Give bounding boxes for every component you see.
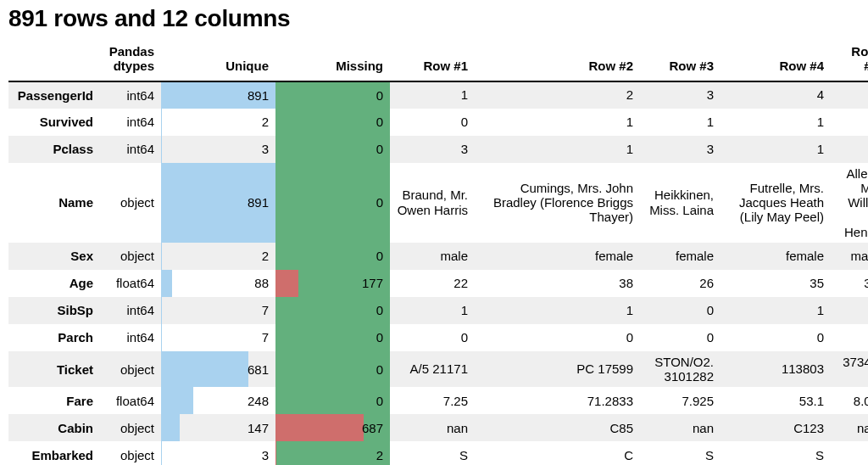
row-label: PassengerId bbox=[8, 81, 102, 109]
missing-cell: 0 bbox=[275, 297, 390, 324]
unique-cell: 3 bbox=[161, 136, 275, 163]
missing-value: 0 bbox=[275, 249, 390, 263]
sample-cell: 1 bbox=[475, 136, 640, 163]
sample-cell: 0 bbox=[475, 324, 640, 351]
sample-cell: 1 bbox=[721, 297, 831, 324]
table-row: Ticketobject6810A/5 21171PC 17599STON/O2… bbox=[8, 351, 868, 388]
sample-cell: 0 bbox=[831, 324, 868, 351]
sample-cell: 1 bbox=[390, 81, 475, 109]
col-header-unique: Unique bbox=[161, 41, 275, 81]
unique-value: 7 bbox=[161, 303, 275, 317]
table-row: Cabinobject147687nanC85nanC123nan bbox=[8, 414, 868, 441]
unique-cell: 2 bbox=[161, 109, 275, 136]
col-header-row3: Row #3 bbox=[640, 41, 721, 81]
sample-cell: 0 bbox=[390, 109, 475, 136]
sample-cell: 113803 bbox=[721, 351, 831, 388]
sample-cell: C123 bbox=[721, 414, 831, 441]
summary-table: Pandas dtypes Unique Missing Row #1 Row … bbox=[8, 41, 868, 465]
table-row: Pclassint643031313 bbox=[8, 136, 868, 163]
missing-cell: 0 bbox=[275, 243, 390, 270]
unique-cell: 891 bbox=[161, 81, 275, 109]
sample-cell: 35 bbox=[721, 270, 831, 297]
table-row: Survivedint642001110 bbox=[8, 109, 868, 136]
page-title: 891 rows and 12 columns bbox=[8, 5, 860, 32]
sample-cell: S bbox=[390, 441, 475, 465]
unique-cell: 7 bbox=[161, 324, 275, 351]
dtype-cell: float64 bbox=[102, 387, 161, 414]
sample-cell: 26 bbox=[640, 270, 721, 297]
table-row: Sexobject20malefemalefemalefemalemale bbox=[8, 243, 868, 270]
missing-cell: 0 bbox=[275, 324, 390, 351]
sample-cell: nan bbox=[831, 414, 868, 441]
sample-cell: 4 bbox=[721, 81, 831, 109]
table-row: Parchint647000000 bbox=[8, 324, 868, 351]
sample-cell: Heikkinen, Miss. Laina bbox=[640, 163, 721, 243]
dtype-cell: float64 bbox=[102, 270, 161, 297]
sample-cell: A/5 21171 bbox=[390, 351, 475, 388]
sample-cell: 3 bbox=[390, 136, 475, 163]
sample-cell: 0 bbox=[390, 324, 475, 351]
unique-value: 681 bbox=[161, 362, 275, 377]
unique-cell: 3 bbox=[161, 441, 275, 465]
missing-value: 0 bbox=[275, 330, 390, 345]
sample-cell: Braund, Mr. Owen Harris bbox=[390, 163, 475, 243]
missing-value: 0 bbox=[275, 394, 390, 408]
table-row: PassengerIdint64891012345 bbox=[8, 81, 868, 109]
sample-cell: 7.925 bbox=[640, 387, 721, 414]
unique-cell: 681 bbox=[161, 351, 275, 388]
unique-cell: 88 bbox=[161, 270, 275, 297]
col-header-row1: Row #1 bbox=[390, 41, 475, 81]
sample-cell: 0 bbox=[640, 297, 721, 324]
col-header-row2: Row #2 bbox=[475, 41, 640, 81]
sample-cell: nan bbox=[640, 414, 721, 441]
dtype-cell: int64 bbox=[102, 297, 161, 324]
missing-value: 687 bbox=[275, 421, 390, 435]
sample-cell: nan bbox=[390, 414, 475, 441]
row-label: Embarked bbox=[8, 441, 102, 465]
unique-value: 3 bbox=[161, 448, 275, 462]
sample-cell: 5 bbox=[831, 81, 868, 109]
unique-cell: 891 bbox=[161, 163, 275, 243]
missing-cell: 687 bbox=[275, 414, 390, 441]
sample-cell: female bbox=[721, 243, 831, 270]
sample-cell: 35 bbox=[831, 270, 868, 297]
table-row: Agefloat64881772238263535 bbox=[8, 270, 868, 297]
missing-value: 0 bbox=[275, 303, 390, 317]
sample-cell: 3 bbox=[640, 81, 721, 109]
sample-cell: male bbox=[390, 243, 475, 270]
dtype-cell: object bbox=[102, 441, 161, 465]
sample-cell: 0 bbox=[831, 109, 868, 136]
sample-cell: 1 bbox=[475, 297, 640, 324]
table-row: Nameobject8910Braund, Mr. Owen HarrisCum… bbox=[8, 163, 868, 243]
row-label: Parch bbox=[8, 324, 102, 351]
missing-value: 0 bbox=[275, 362, 390, 377]
row-label: Fare bbox=[8, 387, 102, 414]
row-label: Survived bbox=[8, 109, 102, 136]
col-header-blank bbox=[8, 41, 102, 81]
row-label: Age bbox=[8, 270, 102, 297]
missing-cell: 0 bbox=[275, 109, 390, 136]
missing-value: 0 bbox=[275, 88, 390, 103]
row-label: Cabin bbox=[8, 414, 102, 441]
unique-cell: 7 bbox=[161, 297, 275, 324]
unique-cell: 2 bbox=[161, 243, 275, 270]
sample-cell: female bbox=[640, 243, 721, 270]
missing-cell: 0 bbox=[275, 136, 390, 163]
row-label: Sex bbox=[8, 243, 102, 270]
sample-cell: 53.1 bbox=[721, 387, 831, 414]
missing-value: 177 bbox=[275, 276, 390, 290]
sample-cell: 38 bbox=[475, 270, 640, 297]
sample-cell: 3 bbox=[640, 136, 721, 163]
dtype-cell: int64 bbox=[102, 81, 161, 109]
sample-cell: 8.05 bbox=[831, 387, 868, 414]
col-header-row5: Row #5 bbox=[831, 41, 868, 81]
missing-cell: 177 bbox=[275, 270, 390, 297]
sample-cell: 1 bbox=[390, 297, 475, 324]
sample-cell: Cumings, Mrs. John Bradley (Florence Bri… bbox=[475, 163, 640, 243]
unique-value: 2 bbox=[161, 249, 275, 263]
missing-cell: 0 bbox=[275, 387, 390, 414]
row-label: Pclass bbox=[8, 136, 102, 163]
missing-cell: 0 bbox=[275, 163, 390, 243]
sample-cell: S bbox=[721, 441, 831, 465]
sample-cell: female bbox=[475, 243, 640, 270]
